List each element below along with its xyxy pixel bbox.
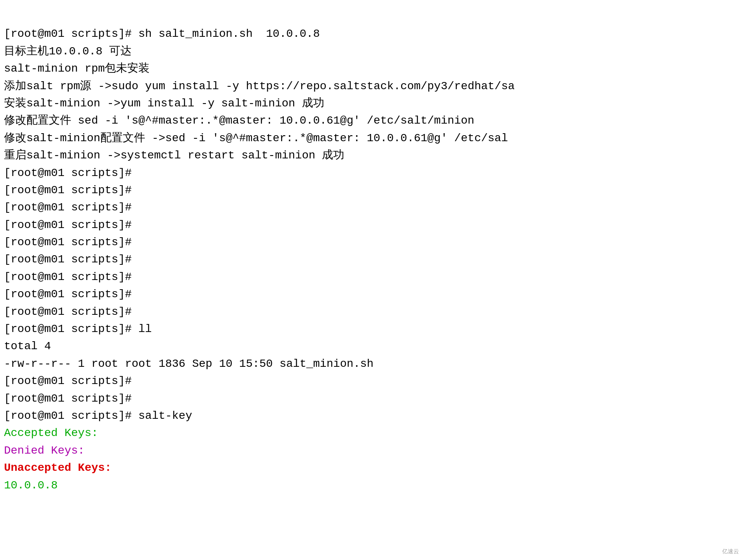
terminal-line: [root@m01 scripts]#	[4, 303, 735, 320]
terminal-line: 安装salt-minion ->yum install -y salt-mini…	[4, 95, 735, 112]
terminal-line: [root@m01 scripts]#	[4, 182, 735, 199]
terminal-line: [root@m01 scripts]#	[4, 286, 735, 303]
terminal-line: 添加salt rpm源 ->sudo yum install -y https:…	[4, 78, 735, 95]
terminal-line: [root@m01 scripts]#	[4, 164, 735, 182]
terminal-line: [root@m01 scripts]#	[4, 251, 735, 268]
terminal-line: salt-minion rpm包未安装	[4, 60, 735, 77]
terminal-line: 修改salt-minion配置文件 ->sed -i 's@^#master:.…	[4, 130, 735, 147]
terminal-line: [root@m01 scripts]# ll	[4, 320, 735, 338]
watermark: 亿速云	[722, 547, 739, 556]
terminal-line: [root@m01 scripts]#	[4, 234, 735, 251]
terminal-line: 修改配置文件 sed -i 's@^#master:.*@master: 10.…	[4, 112, 735, 129]
terminal-line: Denied Keys:	[4, 442, 735, 459]
terminal-line: -rw-r--r-- 1 root root 1836 Sep 10 15:50…	[4, 355, 735, 372]
terminal-line: [root@m01 scripts]#	[4, 372, 735, 390]
terminal-line: [root@m01 scripts]#	[4, 216, 735, 234]
terminal-line: Unaccepted Keys:	[4, 459, 735, 476]
terminal-line: total 4	[4, 338, 735, 355]
terminal-line: 目标主机10.0.0.8 可达	[4, 43, 735, 60]
terminal-line: [root@m01 scripts]# salt-key	[4, 407, 735, 424]
terminal-line: [root@m01 scripts]#	[4, 268, 735, 286]
terminal-line: 重启salt-minion ->systemctl restart salt-m…	[4, 147, 735, 164]
terminal-line: 10.0.0.8	[4, 477, 735, 494]
terminal-line: Accepted Keys:	[4, 424, 735, 442]
terminal-line: [root@m01 scripts]#	[4, 199, 735, 216]
terminal-line: [root@m01 scripts]# sh salt_minion.sh 10…	[4, 25, 735, 42]
terminal-output: [root@m01 scripts]# sh salt_minion.sh 10…	[4, 8, 735, 494]
terminal-line: [root@m01 scripts]#	[4, 390, 735, 407]
